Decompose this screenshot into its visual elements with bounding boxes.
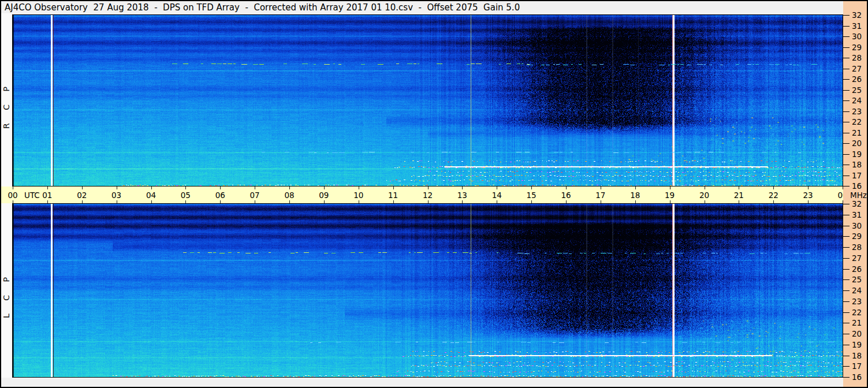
hour-tick — [705, 186, 705, 189]
freq-tick — [843, 377, 850, 378]
hour-tick — [13, 186, 13, 189]
freq-tick — [843, 79, 850, 80]
hour-tick — [324, 186, 325, 189]
freq-tick — [843, 301, 850, 302]
hour-tick — [359, 186, 359, 189]
hour-tick — [185, 186, 186, 189]
rcp-spectrogram-canvas — [13, 15, 843, 186]
hour-tick-label: 20 — [699, 191, 709, 200]
hour-tick-label: 13 — [457, 191, 467, 200]
hour-tick — [393, 186, 394, 189]
freq-tick-label: 23 — [852, 297, 862, 306]
freq-tick — [843, 215, 850, 215]
utc-axis-label: UTC — [24, 191, 40, 200]
freq-tick — [843, 36, 850, 37]
hour-tick — [566, 186, 567, 189]
hour-tick-label: 18 — [630, 191, 640, 200]
freq-tick — [843, 186, 850, 186]
freq-tick — [843, 323, 850, 323]
freq-tick-label: 32 — [852, 199, 862, 208]
rcp-panel-label: R C P — [2, 68, 11, 143]
hour-tick-label: 07 — [250, 191, 260, 200]
lcp-panel-label: L C P — [2, 258, 11, 333]
freq-tick — [843, 133, 850, 133]
freq-tick — [843, 334, 850, 334]
freq-tick-label: 17 — [852, 171, 862, 180]
freq-tick-label: 25 — [852, 275, 862, 284]
hour-tick-label: 12 — [423, 191, 433, 200]
freq-tick — [843, 312, 850, 313]
freq-tick-label: 19 — [852, 340, 862, 349]
freq-tick — [843, 269, 850, 270]
title-bar: AJ4CO Observatory 27 Aug 2018 - DPS on T… — [1, 1, 843, 13]
hour-tick — [462, 186, 463, 189]
freq-tick — [843, 100, 850, 101]
hour-tick — [255, 186, 255, 189]
freq-tick-label: 28 — [852, 53, 862, 62]
hour-tick-label: 00 — [8, 191, 17, 200]
freq-tick-label: 29 — [852, 43, 862, 52]
hour-tick-label: 17 — [595, 191, 605, 200]
time-axis: UTC 000102030405060708091011121314151617… — [1, 186, 843, 203]
freq-tick — [843, 290, 850, 291]
freq-tick-label: 20 — [852, 139, 862, 148]
freq-tick-label: 21 — [852, 128, 862, 137]
hour-tick — [82, 186, 83, 189]
freq-tick-label: 23 — [852, 107, 862, 116]
freq-tick-label: 31 — [852, 210, 862, 219]
hour-tick — [773, 186, 774, 189]
freq-tick-label: 16 — [852, 372, 862, 382]
hour-tick-label: 22 — [769, 191, 778, 200]
freq-tick-label: 16 — [852, 181, 862, 191]
freq-tick-label: 25 — [852, 85, 862, 95]
hour-tick — [808, 186, 809, 189]
freq-tick — [843, 165, 850, 165]
hour-tick-label: 15 — [527, 191, 537, 200]
freq-tick-label: 28 — [852, 242, 862, 252]
freq-tick — [843, 122, 850, 122]
hour-tick-label: 10 — [353, 191, 363, 200]
freq-tick — [843, 356, 850, 356]
mhz-axis-label: MHz — [850, 191, 867, 200]
hour-tick-label: 04 — [146, 191, 156, 200]
hour-tick — [428, 186, 429, 189]
hour-tick — [220, 186, 221, 189]
hour-tick — [497, 186, 497, 189]
freq-tick — [843, 90, 850, 91]
freq-tick-label: 26 — [852, 264, 862, 274]
freq-tick-label: 26 — [852, 74, 862, 84]
freq-tick — [843, 143, 850, 144]
hour-tick-label: 11 — [388, 191, 398, 200]
hour-tick — [531, 186, 532, 189]
rcp-spectrogram-panel — [12, 14, 843, 186]
hour-tick-label: 05 — [181, 191, 191, 200]
spectrogram-viewer-window: AJ4CO Observatory 27 Aug 2018 - DPS on T… — [0, 0, 868, 388]
freq-tick — [843, 258, 850, 259]
freq-tick — [843, 366, 850, 367]
hour-tick — [635, 186, 636, 189]
lcp-spectrogram-canvas — [13, 204, 843, 377]
hour-tick-label: 01 — [42, 191, 52, 200]
freq-tick — [843, 111, 850, 112]
freq-tick — [843, 26, 850, 27]
freq-tick — [843, 279, 850, 280]
freq-tick — [843, 345, 850, 345]
hour-tick — [289, 186, 290, 189]
freq-tick-label: 20 — [852, 329, 862, 338]
freq-tick-label: 29 — [852, 232, 862, 241]
freq-tick — [843, 154, 850, 155]
hour-tick-label: 08 — [284, 191, 294, 200]
freq-tick-label: 27 — [852, 253, 862, 263]
hour-tick — [670, 186, 670, 189]
freq-tick-label: 19 — [852, 150, 862, 159]
page-title: AJ4CO Observatory 27 Aug 2018 - DPS on T… — [5, 2, 520, 13]
freq-tick-label: 24 — [852, 286, 862, 295]
freq-tick-label: 22 — [852, 308, 862, 317]
freq-tick — [843, 176, 850, 176]
hour-tick-label: 03 — [111, 191, 121, 200]
freq-tick-label: 30 — [852, 221, 862, 230]
hour-tick — [47, 186, 48, 189]
hour-tick-label: 06 — [215, 191, 225, 200]
freq-tick-label: 18 — [852, 351, 862, 360]
hour-tick-label: 23 — [803, 191, 813, 200]
